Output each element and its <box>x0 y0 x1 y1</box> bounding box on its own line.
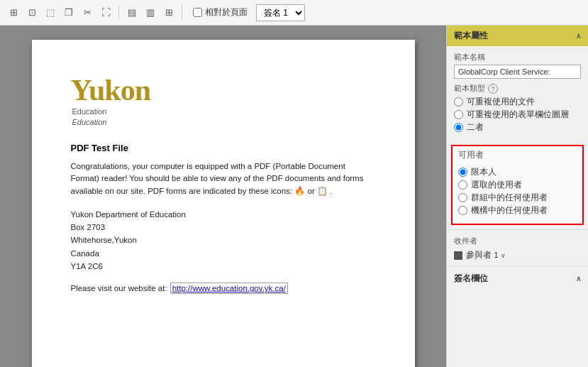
yukon-subtitle: Education Education <box>72 106 376 128</box>
address-line5: Y1A 2C6 <box>71 260 376 273</box>
sample-name-input[interactable] <box>454 65 581 79</box>
available-users-label: 可用者 <box>453 146 582 164</box>
website-label: Please visit our website at: <box>71 284 167 292</box>
type-option-2[interactable]: 可重複使用的表單欄位圖層 <box>454 109 581 120</box>
pdf-address: Yukon Department of Education Box 2703 W… <box>71 208 376 273</box>
type-option-1[interactable]: 可重複使用的文件 <box>454 97 581 107</box>
type-label-3: 二者 <box>467 122 484 133</box>
user-radio-3[interactable] <box>458 206 467 215</box>
signature-dropdown-area: 簽名 1 簽名 2 簽名 3 <box>256 4 305 21</box>
toolbar-icon-merge[interactable]: ⊞ <box>161 5 177 21</box>
toolbar: ⊞ ⊡ ⬚ ❐ ✂ ⛶ ▤ ▥ ⊞ 相對於頁面 簽名 1 簽名 2 簽名 3 <box>0 0 588 26</box>
recipient-dropdown[interactable]: 參與者 1 ∨ <box>466 250 581 261</box>
toolbar-icon-pin[interactable]: ⊡ <box>24 5 40 21</box>
user-radio-1[interactable] <box>458 180 467 190</box>
user-label-0: 限本人 <box>471 167 497 177</box>
user-label-1: 選取的使用者 <box>471 180 522 190</box>
user-radio-2[interactable] <box>458 193 467 202</box>
sample-props-header: 範本屬性 ∧ <box>447 26 588 46</box>
user-label-2: 群組中的任何使用者 <box>471 192 548 203</box>
user-option-3[interactable]: 機構中的任何使用者 <box>458 205 577 216</box>
available-users-section: 可用者 限本人 選取的使用者 群組中的任何使用者 機構中的任何使用者 <box>451 145 584 225</box>
yukon-logo-text: Yukon <box>71 75 376 105</box>
toolbar-icon-row[interactable]: ▥ <box>143 5 158 21</box>
toolbar-divider-1 <box>118 6 119 20</box>
toolbar-icon-col[interactable]: ▤ <box>124 5 140 21</box>
pdf-body-or: or <box>307 187 316 195</box>
sample-props-title: 範本屬性 <box>454 30 488 42</box>
relative-page-label: 相對於頁面 <box>205 6 248 18</box>
pdf-icon-fire: 🔥 <box>294 186 305 196</box>
recipient-chevron-icon: ∨ <box>501 252 506 259</box>
yukon-logo: Yukon Education Education <box>71 75 376 128</box>
sample-type-label: 範本類型 ? <box>454 83 581 94</box>
sign-field-header: 簽名欄位 ∧ <box>454 273 581 285</box>
sign-field-section: 簽名欄位 ∧ <box>447 266 588 290</box>
sample-props-chevron: ∧ <box>576 32 581 40</box>
toolbar-icon-copy[interactable]: ⬚ <box>43 5 58 21</box>
sample-type-radio-group: 可重複使用的文件 可重複使用的表單欄位圖層 二者 <box>454 97 581 133</box>
toolbar-icon-scissors[interactable]: ✂ <box>79 5 95 21</box>
type-option-3[interactable]: 二者 <box>454 122 581 133</box>
toolbar-icon-paste[interactable]: ❐ <box>61 5 77 21</box>
help-icon[interactable]: ? <box>488 84 498 94</box>
pdf-website: Please visit our website at: http://www.… <box>71 283 376 294</box>
recipient-value: 參與者 1 <box>466 250 499 261</box>
available-users-content: 限本人 選取的使用者 群組中的任何使用者 機構中的任何使用者 <box>453 164 582 224</box>
main-layout: Yukon Education Education PDF Test File … <box>0 26 588 367</box>
pdf-viewer[interactable]: Yukon Education Education PDF Test File … <box>0 26 446 367</box>
website-url[interactable]: http://www.education.gov.yk.ca/ <box>170 283 288 294</box>
user-label-3: 機構中的任何使用者 <box>471 205 548 216</box>
sign-field-chevron-icon: ∧ <box>576 275 581 283</box>
pdf-page: Yukon Education Education PDF Test File … <box>32 40 415 367</box>
pdf-icon-form: 📋 <box>317 186 328 196</box>
toolbar-icon-grid[interactable]: ⊞ <box>6 5 21 21</box>
recipient-section: 收件者 參與者 1 ∨ <box>447 229 588 266</box>
address-line1: Yukon Department of Education <box>71 208 376 221</box>
type-radio-2[interactable] <box>454 110 463 119</box>
pdf-body-period: . <box>330 187 332 195</box>
pdf-title: PDF Test File <box>71 143 376 153</box>
toolbar-divider-2 <box>182 6 182 20</box>
pdf-body: Congratulations, your computer is equipp… <box>71 160 376 198</box>
right-panel: 範本屬性 ∧ 範本名稱 範本類型 ? 可重複使用的文件 可重複使用的表單欄位圖層 <box>446 26 588 367</box>
type-label-2: 可重複使用的表單欄位圖層 <box>467 109 569 120</box>
user-option-1[interactable]: 選取的使用者 <box>458 180 577 190</box>
recipient-color-box <box>454 251 462 260</box>
user-radio-0[interactable] <box>458 168 467 177</box>
recipient-label: 收件者 <box>454 236 581 246</box>
sample-name-label: 範本名稱 <box>454 52 581 62</box>
user-option-0[interactable]: 限本人 <box>458 167 577 177</box>
relative-page-checkbox[interactable] <box>193 8 202 17</box>
yukon-education-2: Education <box>72 118 107 126</box>
type-radio-1[interactable] <box>454 97 463 106</box>
toolbar-icon-expand[interactable]: ⛶ <box>98 5 113 21</box>
sign-field-label: 簽名欄位 <box>454 273 488 285</box>
address-line4: Canada <box>71 247 376 260</box>
signature-dropdown[interactable]: 簽名 1 簽名 2 簽名 3 <box>256 4 305 21</box>
sample-props-content: 範本名稱 範本類型 ? 可重複使用的文件 可重複使用的表單欄位圖層 二者 <box>447 46 588 141</box>
relative-page-area: 相對於頁面 <box>193 6 248 18</box>
address-line3: Whitehorse,Yukon <box>71 234 376 246</box>
type-label-1: 可重複使用的文件 <box>467 97 535 107</box>
address-line2: Box 2703 <box>71 221 376 234</box>
recipient-item: 參與者 1 ∨ <box>454 250 581 261</box>
yukon-education-1: Education <box>72 107 107 116</box>
user-option-2[interactable]: 群組中的任何使用者 <box>458 192 577 203</box>
type-radio-3[interactable] <box>454 123 463 132</box>
